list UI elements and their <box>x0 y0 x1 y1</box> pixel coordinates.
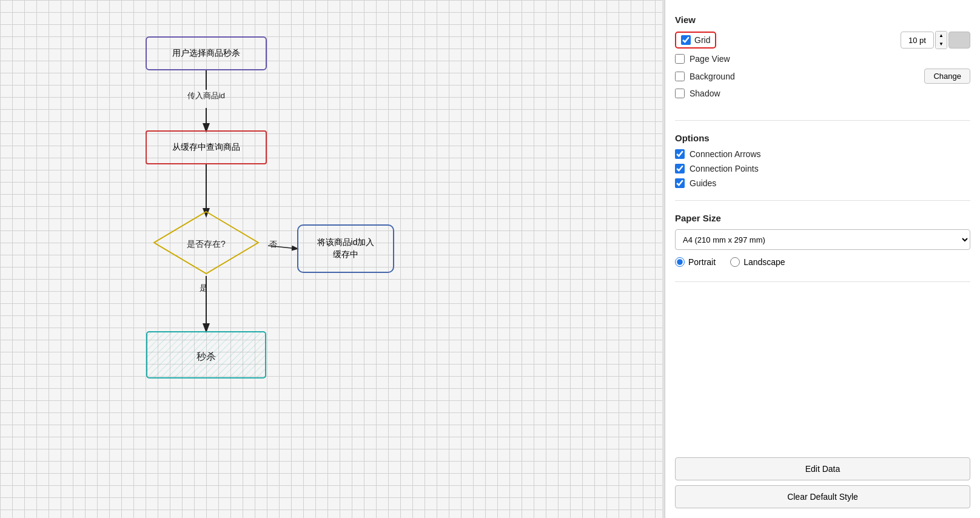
grid-checkbox-wrapper[interactable]: Grid <box>675 32 716 49</box>
orientation-row: Portrait Landscape <box>675 257 970 267</box>
portrait-label[interactable]: Portrait <box>688 257 716 267</box>
guides-checkbox[interactable] <box>675 178 685 188</box>
connection-points-label[interactable]: Connection Points <box>690 164 759 173</box>
background-label[interactable]: Background <box>690 72 735 81</box>
node-exists-diamond[interactable]: 是否存在? <box>152 209 261 276</box>
paper-size-section: Paper Size A4 (210 mm x 297 mm) A3 (297 … <box>675 208 970 274</box>
bottom-buttons: Edit Data Clear Default Style <box>675 457 970 508</box>
clear-default-style-button[interactable]: Clear Default Style <box>675 485 970 508</box>
pt-increment-button[interactable]: ▲ <box>936 32 947 40</box>
page-view-row: Page View <box>675 54 970 64</box>
guides-label[interactable]: Guides <box>690 178 716 188</box>
paper-size-title: Paper Size <box>675 213 970 223</box>
node-user-select[interactable]: 用户选择商品秒杀 <box>146 36 267 70</box>
svg-text:秒杀: 秒杀 <box>196 351 216 362</box>
connection-points-row: Connection Points <box>675 164 970 173</box>
label-no: 否 <box>264 238 282 251</box>
grid-checkbox[interactable] <box>681 35 691 45</box>
connection-points-checkbox[interactable] <box>675 164 685 173</box>
svg-text:是否存在?: 是否存在? <box>187 239 226 249</box>
label-yes: 是 <box>194 282 212 294</box>
page-view-label[interactable]: Page View <box>690 54 730 64</box>
options-title: Options <box>675 133 970 143</box>
background-row: Background Change <box>675 69 970 84</box>
pt-input-wrapper: ▲ ▼ <box>901 31 970 49</box>
view-section: View Grid ▲ ▼ Page View <box>675 10 970 103</box>
background-checkbox[interactable] <box>675 72 685 81</box>
view-title: View <box>675 15 970 25</box>
divider-options-paper <box>675 200 970 201</box>
grid-size-input[interactable] <box>901 32 934 49</box>
grid-label[interactable]: Grid <box>694 35 710 45</box>
view-top-row: Grid ▲ ▼ <box>675 31 970 49</box>
landscape-label[interactable]: Landscape <box>743 257 785 267</box>
paper-size-select[interactable]: A4 (210 mm x 297 mm) A3 (297 mm x 420 mm… <box>675 229 970 250</box>
shadow-checkbox[interactable] <box>675 89 685 98</box>
portrait-option[interactable]: Portrait <box>675 257 716 267</box>
connection-arrows-label[interactable]: Connection Arrows <box>690 149 761 159</box>
grid-color-swatch[interactable] <box>948 32 970 49</box>
change-button[interactable]: Change <box>924 69 970 84</box>
pt-decrement-button[interactable]: ▼ <box>936 40 947 49</box>
shadow-label[interactable]: Shadow <box>690 89 720 98</box>
shadow-row: Shadow <box>675 89 970 98</box>
node-cache-query[interactable]: 从缓存中查询商品 <box>146 130 267 164</box>
portrait-radio[interactable] <box>675 257 685 267</box>
connection-arrows-row: Connection Arrows <box>675 149 970 159</box>
divider-paper-buttons <box>675 281 970 282</box>
label-pass-id: 传入商品id <box>170 90 243 102</box>
right-panel: View Grid ▲ ▼ Page View <box>665 0 980 518</box>
divider-view-options <box>675 120 970 121</box>
connection-arrows-checkbox[interactable] <box>675 149 685 159</box>
pt-stepper: ▲ ▼ <box>935 31 947 49</box>
edit-data-button[interactable]: Edit Data <box>675 457 970 480</box>
options-section: Options Connection Arrows Connection Poi… <box>675 128 970 193</box>
node-add-cache[interactable]: 将该商品id加入缓存中 <box>297 224 394 273</box>
guides-row: Guides <box>675 178 970 188</box>
landscape-radio[interactable] <box>730 257 740 267</box>
node-flash-sale[interactable]: 秒杀 <box>146 331 267 379</box>
canvas-area[interactable]: 用户选择商品秒杀 传入商品id 从缓存中查询商品 是否存在? 否 将该商品id加… <box>0 0 662 518</box>
page-view-checkbox[interactable] <box>675 54 685 64</box>
landscape-option[interactable]: Landscape <box>730 257 785 267</box>
